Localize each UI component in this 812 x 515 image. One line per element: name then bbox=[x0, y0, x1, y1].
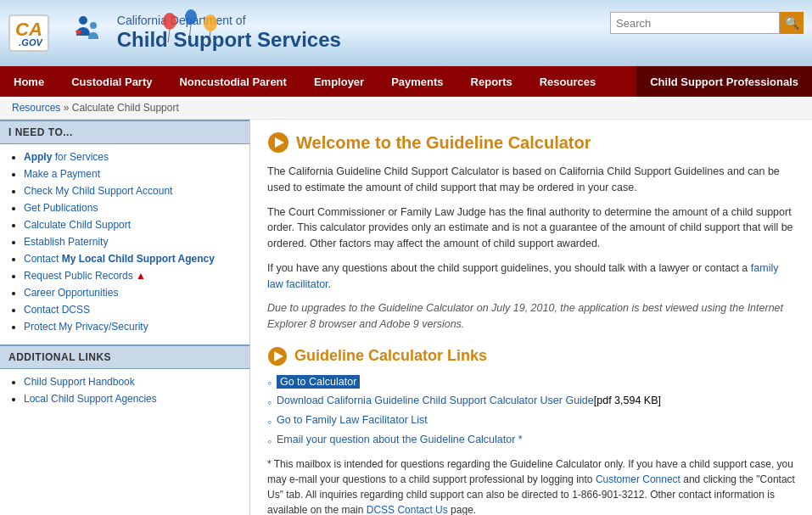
pdf-size-label: [pdf 3,594 KB] bbox=[594, 395, 661, 406]
list-item: Check My Child Support Account bbox=[24, 185, 241, 197]
bullet-icon-3: ◦ bbox=[267, 415, 272, 428]
list-item: Contact DCSS bbox=[24, 304, 241, 316]
nav-custodial-party[interactable]: Custodial Party bbox=[58, 66, 165, 97]
content-para-1: The California Guideline Child Support C… bbox=[267, 164, 795, 196]
list-item: Career Opportunities bbox=[24, 287, 241, 299]
search-icon: 🔍 bbox=[785, 16, 799, 30]
bullet-icon-4: ◦ bbox=[267, 434, 272, 448]
content-para-4-italic: Due to upgrades to the Guideline Calcula… bbox=[267, 300, 795, 333]
nav-home[interactable]: Home bbox=[0, 66, 58, 97]
list-item: Get Publications bbox=[24, 202, 241, 214]
sidebar-check-child-support[interactable]: Check My Child Support Account bbox=[24, 185, 172, 197]
sidebar-establish-paternity[interactable]: Establish Paternity bbox=[24, 236, 108, 248]
nav-noncustodial-parent[interactable]: Noncustodial Parent bbox=[165, 66, 300, 97]
bullet-icon-1: ◦ bbox=[267, 376, 272, 389]
sidebar-section-i-need-to: I NEED TO... bbox=[0, 120, 249, 144]
calculator-links-list: ◦ Go to Calculator ◦ Download California… bbox=[267, 375, 795, 448]
dcss-contact-link[interactable]: DCSS Contact Us bbox=[367, 504, 448, 515]
search-input[interactable] bbox=[610, 12, 780, 34]
nav-reports[interactable]: Reports bbox=[457, 66, 526, 97]
ca-gov-logo[interactable]: CA .GOV bbox=[8, 14, 49, 52]
list-item: Local Child Support Agencies bbox=[24, 393, 241, 405]
nav-professionals[interactable]: Child Support Professionals bbox=[636, 66, 812, 97]
list-item: ◦ Download California Guideline Child Su… bbox=[267, 395, 795, 409]
para3-post: . bbox=[328, 278, 331, 290]
sidebar-get-publications[interactable]: Get Publications bbox=[24, 202, 98, 214]
nav-payments[interactable]: Payments bbox=[378, 66, 456, 97]
sidebar-request-public-records[interactable]: Request Public Records ▲ bbox=[24, 270, 146, 282]
gov-text: .GOV bbox=[15, 37, 42, 48]
list-item: Request Public Records ▲ bbox=[24, 270, 241, 282]
list-item: Calculate Child Support bbox=[24, 219, 241, 231]
list-item: Establish Paternity bbox=[24, 236, 241, 248]
content-para-2: The Court Commissioner or Family Law Jud… bbox=[267, 204, 795, 252]
dept-name: California Department of bbox=[117, 14, 341, 28]
list-item: Child Support Handbook bbox=[24, 376, 241, 388]
sidebar: I NEED TO... Apply for Services Make a P… bbox=[0, 120, 250, 515]
sidebar-links-primary: Apply for Services Make a Payment Check … bbox=[0, 144, 249, 344]
main-content-title: Welcome to the Guideline Calculator bbox=[267, 132, 795, 154]
customer-connect-link[interactable]: Customer Connect bbox=[596, 473, 680, 485]
italic-notice: Due to upgrades to the Guideline Calcula… bbox=[267, 302, 783, 330]
download-user-guide-link[interactable]: Download California Guideline Child Supp… bbox=[277, 395, 594, 406]
guideline-calc-links-title: Guideline Calculator Links bbox=[267, 346, 795, 367]
section-title-text: Guideline Calculator Links bbox=[294, 347, 487, 365]
nav-employer[interactable]: Employer bbox=[300, 66, 378, 97]
family-law-facilitator-list-link[interactable]: Go to Family Law Facilitator List bbox=[277, 414, 428, 426]
email-question-link[interactable]: Email your question about the Guideline … bbox=[277, 434, 523, 445]
orange-arrow-icon-2 bbox=[267, 346, 288, 367]
list-item: ◦ Go to Family Law Facilitator List bbox=[267, 414, 795, 428]
bullet-icon-2: ◦ bbox=[267, 395, 272, 409]
svg-point-7 bbox=[90, 22, 97, 29]
sidebar-career-opportunities[interactable]: Career Opportunities bbox=[24, 287, 118, 299]
nav-resources[interactable]: Resources bbox=[526, 66, 609, 97]
sidebar-contact-local-agency[interactable]: Contact My Local Child Support Agency bbox=[24, 253, 215, 265]
sidebar-make-payment[interactable]: Make a Payment bbox=[24, 168, 100, 180]
welcome-title-text: Welcome to the Guideline Calculator bbox=[296, 133, 591, 153]
list-item: ◦ Go to Calculator bbox=[267, 375, 795, 389]
footnote-end: page. bbox=[448, 504, 476, 515]
content-para-3: If you have any questions about the chil… bbox=[267, 260, 795, 293]
main-content: Welcome to the Guideline Calculator The … bbox=[250, 120, 812, 515]
search-button[interactable]: 🔍 bbox=[780, 12, 804, 34]
footnote-text: * This mailbox is intended for questions… bbox=[267, 456, 795, 515]
breadcrumb: Resources » Calculate Child Support bbox=[0, 97, 812, 120]
breadcrumb-separator: » bbox=[64, 102, 72, 114]
para3-pre: If you have any questions about the chil… bbox=[267, 262, 751, 274]
header-icon bbox=[66, 12, 109, 54]
main-nav: Home Custodial Party Noncustodial Parent… bbox=[0, 66, 812, 97]
sidebar-section-additional-links: ADDITIONAL LINKS bbox=[0, 344, 249, 369]
goto-calculator-link[interactable]: Go to Calculator bbox=[277, 375, 360, 389]
breadcrumb-current: Calculate Child Support bbox=[72, 102, 179, 114]
svg-point-6 bbox=[79, 16, 87, 25]
site-title: Child Support Services bbox=[117, 28, 341, 53]
list-item: Apply for Services bbox=[24, 151, 241, 163]
list-item: Protect My Privacy/Security bbox=[24, 321, 241, 333]
sidebar-local-agencies[interactable]: Local Child Support Agencies bbox=[24, 393, 157, 405]
list-item: Contact My Local Child Support Agency bbox=[24, 253, 241, 265]
sidebar-links-additional: Child Support Handbook Local Child Suppo… bbox=[0, 369, 249, 417]
sidebar-contact-dcss[interactable]: Contact DCSS bbox=[24, 304, 90, 316]
orange-arrow-icon bbox=[267, 132, 289, 154]
breadcrumb-resources[interactable]: Resources bbox=[12, 102, 60, 114]
sidebar-apply-services[interactable]: Apply for Services bbox=[24, 151, 109, 163]
header-title-area: California Department of Child Support S… bbox=[117, 14, 341, 53]
sidebar-child-support-handbook[interactable]: Child Support Handbook bbox=[24, 376, 135, 388]
sidebar-privacy-security[interactable]: Protect My Privacy/Security bbox=[24, 321, 148, 333]
search-area: 🔍 bbox=[610, 12, 804, 34]
list-item: Make a Payment bbox=[24, 168, 241, 180]
sidebar-calculate-child-support[interactable]: Calculate Child Support bbox=[24, 219, 131, 231]
list-item: ◦ Email your question about the Guidelin… bbox=[267, 434, 795, 448]
header: CA .GOV California Department of Child S… bbox=[0, 0, 812, 66]
main-layout: I NEED TO... Apply for Services Make a P… bbox=[0, 120, 812, 515]
